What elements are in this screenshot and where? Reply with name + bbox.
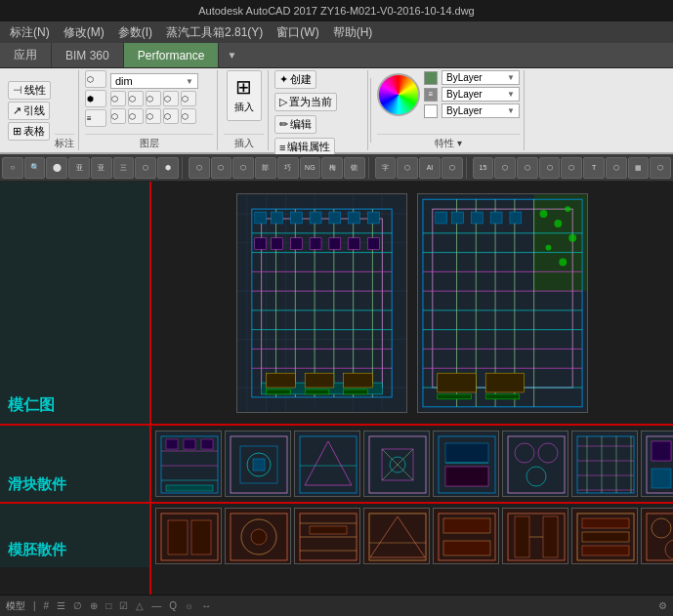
layer-dropdown[interactable]: dim bbox=[110, 73, 198, 89]
tb2-btn-21[interactable]: 15 bbox=[473, 157, 494, 179]
status-btn-select[interactable]: ☼ bbox=[185, 600, 193, 611]
ribbon-btn-icon10[interactable]: ⬡ bbox=[128, 108, 144, 124]
menu-tools[interactable]: 蒸汽工具箱2.81(Y) bbox=[160, 22, 269, 43]
tb2-btn-20[interactable]: ⬡ bbox=[442, 157, 463, 179]
status-btn-polar[interactable]: ⊕ bbox=[90, 600, 98, 611]
tb2-btn-25[interactable]: ⬡ bbox=[561, 157, 582, 179]
tb2-btn-2[interactable]: 🔍 bbox=[24, 157, 46, 179]
ribbon-btn-zhiwei[interactable]: ▷ 置为当前 bbox=[274, 93, 337, 111]
svg-rect-88 bbox=[184, 439, 195, 449]
status-btn-ortho[interactable]: ∅ bbox=[73, 600, 82, 611]
moke-thumb-4[interactable] bbox=[363, 508, 430, 564]
tb2-btn-6[interactable]: 三 bbox=[113, 157, 135, 179]
thumb-3[interactable] bbox=[294, 431, 360, 497]
ribbon-btn-icon11[interactable]: ⬡ bbox=[146, 108, 161, 124]
tb2-btn-13[interactable]: 巧 bbox=[277, 157, 299, 179]
thumb-2[interactable] bbox=[225, 431, 291, 497]
status-btn-trans[interactable]: Q bbox=[169, 600, 177, 611]
tab-app[interactable]: 应用 bbox=[0, 43, 52, 67]
menu-window[interactable]: 窗口(W) bbox=[271, 22, 324, 43]
ribbon-btn-xianxing[interactable]: ⊣ 线性 bbox=[8, 81, 51, 100]
tb2-btn-16[interactable]: 锁 bbox=[344, 157, 365, 179]
tb2-btn-23[interactable]: ⬡ bbox=[517, 157, 538, 179]
tab-performance[interactable]: Performance bbox=[124, 43, 220, 67]
moke-thumb-6[interactable] bbox=[502, 508, 568, 564]
status-btn-lweight[interactable]: — bbox=[151, 600, 161, 611]
menu-help[interactable]: 帮助(H) bbox=[327, 22, 379, 43]
ribbon-btn-icon6[interactable]: ⬡ bbox=[146, 91, 161, 106]
thumb-6[interactable] bbox=[502, 431, 568, 497]
create-icon: ✦ bbox=[279, 73, 288, 86]
tb2-btn-10[interactable]: ⬡ bbox=[211, 157, 232, 179]
status-btn-osnap[interactable]: □ bbox=[105, 600, 111, 611]
moke-svg-4 bbox=[364, 509, 430, 564]
status-btn-otrack[interactable]: ☑ bbox=[119, 600, 128, 611]
bylayer-dropdown3[interactable]: ByLayer bbox=[442, 103, 520, 118]
ribbon-btn-icon5[interactable]: ⬡ bbox=[128, 91, 144, 106]
ribbon-btn-tuceng-icon3[interactable]: ≡ bbox=[85, 109, 106, 127]
moke-thumb-7[interactable] bbox=[571, 508, 638, 564]
tb2-btn-24[interactable]: ⬡ bbox=[539, 157, 561, 179]
tb2-btn-27[interactable]: ⬡ bbox=[606, 157, 627, 179]
tb2-btn-4[interactable]: 亚 bbox=[68, 157, 90, 179]
ribbon-btn-icon12[interactable]: ⬡ bbox=[163, 108, 179, 124]
status-btn-dynin[interactable]: △ bbox=[136, 600, 144, 611]
tb2-btn-22[interactable]: ⬡ bbox=[494, 157, 516, 179]
left-sidebar: 模仁图 滑块散件 模胚散件 bbox=[0, 182, 151, 595]
thumb-1[interactable] bbox=[155, 431, 222, 497]
tb2-btn-17[interactable]: 字 bbox=[375, 157, 397, 179]
tb2-btn-11[interactable]: ⬡ bbox=[232, 157, 254, 179]
tb2-btn-9[interactable]: ⬡ bbox=[189, 157, 210, 179]
moke-thumb-2[interactable] bbox=[225, 508, 291, 564]
thumb-5[interactable] bbox=[433, 431, 499, 497]
drawing-main-right[interactable] bbox=[417, 193, 588, 413]
bylayer-dropdown2[interactable]: ByLayer bbox=[442, 87, 520, 102]
moke-thumb-1[interactable] bbox=[155, 508, 222, 564]
tb2-btn-18[interactable]: ⬡ bbox=[397, 157, 418, 179]
thumb-7[interactable] bbox=[571, 431, 638, 497]
ribbon-btn-icon7[interactable]: ⬡ bbox=[163, 91, 179, 106]
tb2-btn-14[interactable]: NG bbox=[300, 157, 321, 179]
tb2-btn-15[interactable]: 梅 bbox=[321, 157, 343, 179]
ribbon-btn-yinxian[interactable]: ↗ 引线 bbox=[8, 102, 50, 120]
ribbon-btn-chuangjian[interactable]: ✦ 创建 bbox=[274, 70, 316, 89]
tb2-btn-19[interactable]: AI bbox=[419, 157, 441, 179]
thumb-4[interactable] bbox=[363, 431, 430, 497]
moke-thumb-5[interactable] bbox=[433, 508, 499, 564]
menu-canshu[interactable]: 参数(I) bbox=[112, 22, 158, 43]
tb2-btn-3[interactable]: ⬤ bbox=[46, 157, 67, 179]
tb2-btn-26[interactable]: T bbox=[583, 157, 605, 179]
ribbon-btn-tuceng-icon1[interactable]: ⬡ bbox=[85, 70, 106, 88]
tb2-btn-28[interactable]: ▦ bbox=[628, 157, 650, 179]
tab-bim360[interactable]: BIM 360 bbox=[52, 43, 124, 67]
menu-biaozhu[interactable]: 标注(N) bbox=[4, 22, 56, 43]
ribbon-btn-icon4[interactable]: ⬡ bbox=[110, 91, 126, 106]
color-palette-btn[interactable] bbox=[377, 73, 420, 116]
drawing-main-left[interactable] bbox=[236, 193, 407, 413]
tb2-btn-5[interactable]: 亚 bbox=[91, 157, 112, 179]
ribbon-btn-insert[interactable]: ⊞ 插入 bbox=[227, 70, 262, 121]
tb2-btn-29[interactable]: ⬡ bbox=[650, 157, 671, 179]
thumb-8[interactable] bbox=[641, 431, 673, 497]
ribbon-btn-tuceng-icon2[interactable]: ⬢ bbox=[85, 90, 106, 107]
ribbon-btn-bianji[interactable]: ✏ 编辑 bbox=[274, 115, 316, 134]
status-btn-anno[interactable]: ↔ bbox=[201, 600, 211, 611]
tb2-icon-27: ⬡ bbox=[613, 164, 619, 172]
moke-thumb-8[interactable] bbox=[641, 508, 673, 564]
bylayer-dropdown1[interactable]: ByLayer bbox=[442, 70, 520, 85]
moke-thumb-3[interactable] bbox=[294, 508, 360, 564]
ribbon-btn-icon9[interactable]: ⬡ bbox=[110, 108, 126, 124]
ribbon-btn-biaoge[interactable]: ⊞ 表格 bbox=[8, 122, 50, 141]
thumb-svg-8 bbox=[642, 431, 673, 497]
tb2-btn-7[interactable]: ⬡ bbox=[135, 157, 156, 179]
ribbon-group-charu: ⊞ 插入 插入 bbox=[220, 70, 269, 150]
status-btn-grid[interactable]: # bbox=[44, 600, 50, 611]
status-btn-snap[interactable]: ☰ bbox=[57, 600, 65, 611]
tb2-btn-12[interactable]: 部 bbox=[255, 157, 276, 179]
ribbon-btn-icon8[interactable]: ⬡ bbox=[181, 91, 196, 106]
tb2-btn-8[interactable]: ⬢ bbox=[157, 157, 179, 179]
status-btn-workspace[interactable]: ⚙ bbox=[658, 600, 667, 611]
ribbon-btn-icon13[interactable]: ⬡ bbox=[181, 108, 196, 124]
menu-xiugai[interactable]: 修改(M) bbox=[58, 22, 110, 43]
tb2-btn-1[interactable]: ○ bbox=[2, 157, 23, 179]
